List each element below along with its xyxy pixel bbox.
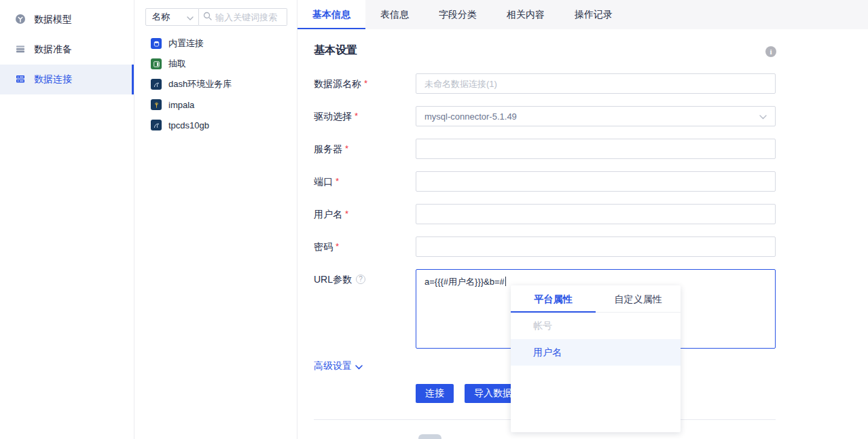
bottom-pill — [418, 434, 441, 439]
attribute-popup: 平台属性 自定义属性 帐号 用户名 — [511, 285, 681, 432]
list-item-label: dash环境业务库 — [168, 78, 232, 90]
driver-select-value: mysql-connector-5.1.49 — [424, 111, 517, 122]
info-icon[interactable]: i — [765, 46, 776, 57]
form-row-datasource-name: 数据源名称 * — [314, 73, 776, 94]
text-caret — [505, 277, 506, 286]
field-label: 数据源名称 * — [314, 73, 416, 94]
list-item-builtin-connection[interactable]: 内置连接 — [134, 33, 297, 54]
sidebar-item-label: 数据连接 — [34, 73, 72, 86]
field-label: 端口 * — [314, 171, 416, 192]
url-params-value: a={{{#用户名}}}&b=# — [424, 277, 505, 287]
extract-icon — [151, 58, 162, 69]
tab-related-content[interactable]: 相关内容 — [492, 0, 560, 29]
data-model-icon — [15, 14, 26, 27]
field-label: 驱动选择 * — [314, 106, 416, 126]
form-row-password: 密码 * — [314, 236, 776, 257]
main-sidebar: 数据模型 数据准备 数据连接 — [0, 0, 134, 439]
sidebar-item-label: 数据准备 — [34, 43, 72, 56]
sidebar-item-data-model[interactable]: 数据模型 — [0, 5, 134, 35]
list-item-label: 内置连接 — [168, 37, 204, 50]
username-input[interactable] — [416, 204, 776, 224]
required-asterisk: * — [364, 73, 367, 94]
tab-custom-attributes[interactable]: 自定义属性 — [596, 285, 681, 312]
password-input[interactable] — [416, 236, 776, 257]
datasource-name-input[interactable] — [416, 73, 776, 94]
list-item-impala[interactable]: impala — [134, 94, 297, 115]
required-asterisk: * — [345, 204, 348, 224]
connection-list-panel: 名称 内置连接 抽取 das — [134, 0, 297, 439]
field-label: 密码 * — [314, 236, 416, 257]
server-input[interactable] — [416, 139, 776, 159]
page-title: 基本设置 — [314, 43, 357, 58]
data-prep-icon — [15, 43, 26, 56]
impala-icon — [151, 99, 162, 110]
form-row-driver: 驱动选择 * mysql-connector-5.1.49 — [314, 106, 776, 126]
tab-basic-info[interactable]: 基本信息 — [297, 0, 365, 29]
driver-select[interactable]: mysql-connector-5.1.49 — [416, 106, 776, 126]
tab-operation-log[interactable]: 操作记录 — [560, 0, 628, 29]
search-box — [199, 8, 287, 26]
filter-field-value: 名称 — [152, 11, 170, 23]
list-item-extract[interactable]: 抽取 — [134, 54, 297, 74]
tab-platform-attributes[interactable]: 平台属性 — [511, 285, 596, 312]
field-label: URL参数 ? — [314, 269, 416, 289]
required-asterisk: * — [355, 106, 358, 126]
form-row-port: 端口 * — [314, 171, 776, 192]
required-asterisk: * — [336, 236, 339, 257]
list-item-label: 抽取 — [168, 58, 186, 70]
field-label: 服务器 * — [314, 139, 416, 159]
chevron-down-icon — [355, 361, 363, 372]
list-item-tpcds10gb[interactable]: tpcds10gb — [134, 115, 297, 135]
main-area: 基本信息 表信息 字段分类 相关内容 操作记录 基本设置 i 数据源名称 * 驱… — [297, 0, 868, 439]
search-input[interactable] — [215, 12, 283, 22]
form-row-server: 服务器 * — [314, 139, 776, 159]
builtin-connection-icon — [151, 38, 162, 49]
connection-list: 内置连接 抽取 dash环境业务库 impala tpcds10gb — [134, 33, 297, 135]
form-row-username: 用户名 * — [314, 204, 776, 224]
filter-field-select[interactable]: 名称 — [145, 8, 199, 26]
mysql-icon — [151, 79, 162, 90]
tab-table-info[interactable]: 表信息 — [365, 0, 424, 29]
chevron-down-icon — [187, 12, 194, 22]
list-item-dash-db[interactable]: dash环境业务库 — [134, 74, 297, 94]
required-asterisk: * — [336, 171, 339, 192]
list-item-label: impala — [168, 100, 194, 110]
search-icon — [203, 11, 212, 23]
connect-button[interactable]: 连接 — [416, 384, 454, 403]
sidebar-item-data-connection[interactable]: 数据连接 — [0, 65, 134, 94]
help-icon[interactable]: ? — [356, 275, 365, 284]
popup-item-account[interactable]: 帐号 — [511, 313, 681, 339]
popup-item-username[interactable]: 用户名 — [511, 339, 681, 366]
required-asterisk: * — [345, 139, 348, 159]
tab-field-category[interactable]: 字段分类 — [424, 0, 492, 29]
chevron-down-icon — [759, 111, 767, 122]
detail-tabbar: 基本信息 表信息 字段分类 相关内容 操作记录 — [297, 0, 868, 29]
popup-tabbar: 平台属性 自定义属性 — [511, 285, 681, 313]
search-row: 名称 — [145, 8, 287, 26]
port-input[interactable] — [416, 171, 776, 192]
mysql-icon — [151, 120, 162, 130]
list-item-label: tpcds10gb — [168, 120, 209, 130]
data-connection-icon — [15, 73, 26, 86]
sidebar-item-data-prep[interactable]: 数据准备 — [0, 35, 134, 65]
basic-info-content: 基本设置 i 数据源名称 * 驱动选择 * mysql-connector-5.… — [297, 29, 868, 439]
field-label: 用户名 * — [314, 204, 416, 224]
sidebar-item-label: 数据模型 — [34, 14, 72, 26]
